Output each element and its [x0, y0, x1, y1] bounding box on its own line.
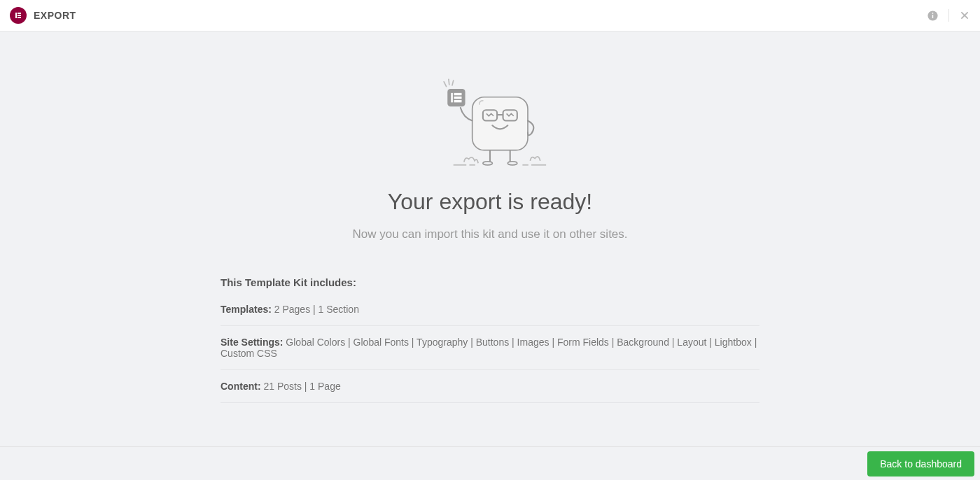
includes-section: This Template Kit includes: Templates: 2…: [220, 276, 760, 403]
includes-value: 21 Posts | 1 Page: [263, 381, 340, 392]
svg-rect-2: [18, 15, 21, 16]
svg-line-11: [452, 80, 454, 85]
includes-value: 2 Pages | 1 Section: [274, 304, 359, 315]
main-heading: Your export is ready!: [220, 189, 760, 215]
includes-row-content: Content: 21 Posts | 1 Page: [220, 381, 760, 403]
includes-label: Content:: [220, 381, 261, 392]
includes-row-templates: Templates: 2 Pages | 1 Section: [220, 304, 760, 326]
page-title: EXPORT: [34, 10, 76, 21]
close-icon[interactable]: [959, 10, 970, 21]
includes-value: Global Colors | Global Fonts | Typograph…: [220, 337, 757, 359]
back-to-dashboard-button[interactable]: Back to dashboard: [867, 451, 974, 477]
header-left: EXPORT: [10, 7, 76, 24]
info-icon[interactable]: [927, 10, 939, 22]
svg-rect-14: [454, 93, 462, 95]
includes-heading: This Template Kit includes:: [220, 276, 760, 288]
svg-rect-16: [454, 100, 462, 102]
header-bar: EXPORT: [0, 0, 980, 31]
svg-point-24: [507, 162, 517, 165]
header-right: [927, 9, 970, 22]
main-subtitle: Now you can import this kit and use it o…: [220, 227, 760, 241]
export-ready-illustration: [220, 73, 760, 168]
svg-point-6: [932, 13, 934, 14]
header-divider: [948, 9, 949, 22]
svg-rect-1: [18, 13, 21, 14]
includes-row-site-settings: Site Settings: Global Colors | Global Fo…: [220, 337, 760, 370]
svg-rect-0: [15, 13, 17, 18]
elementor-brand-icon: [10, 7, 27, 24]
footer-bar: Back to dashboard: [0, 446, 980, 480]
svg-rect-15: [454, 97, 462, 99]
svg-rect-13: [451, 93, 453, 103]
includes-label: Site Settings:: [220, 337, 283, 348]
svg-rect-5: [932, 15, 933, 18]
svg-line-9: [444, 82, 446, 87]
svg-rect-17: [472, 97, 528, 150]
includes-label: Templates:: [220, 304, 272, 315]
svg-point-23: [483, 162, 493, 165]
main-content: Your export is ready! Now you can import…: [220, 31, 760, 403]
svg-line-10: [449, 79, 449, 85]
svg-rect-3: [18, 17, 21, 18]
